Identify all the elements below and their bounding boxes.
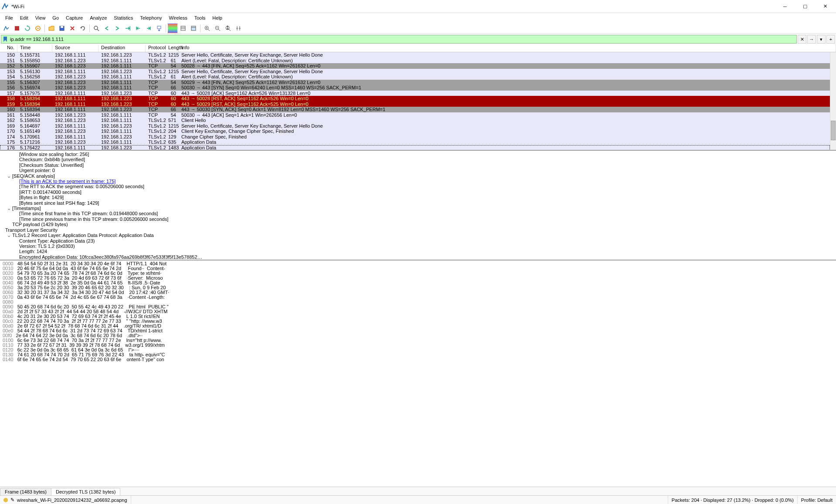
resize-columns-icon[interactable] (234, 24, 243, 33)
packet-list-scrollbar[interactable] (830, 52, 836, 150)
detail-line[interactable]: [iRTT: 0.001474000 seconds] (0, 189, 836, 195)
auto-scroll-icon[interactable] (154, 24, 164, 33)
jump-to-icon[interactable] (123, 24, 133, 33)
packet-row[interactable]: 1535.156130192.168.1.111192.168.1.223TLS… (0, 69, 830, 74)
bytes-tab[interactable]: Frame (1483 bytes) (0, 488, 51, 495)
display-filter-input[interactable] (1, 35, 797, 44)
restart-capture-icon[interactable] (23, 24, 32, 33)
packet-list-pane-icon[interactable] (178, 24, 188, 33)
packet-details-pane[interactable]: [Window size scaling factor: 256]Checksu… (0, 151, 836, 260)
go-first-icon[interactable] (133, 24, 143, 33)
detail-line[interactable]: [This is an ACK to the segment in frame:… (0, 179, 836, 184)
detail-line[interactable]: [Time since previous frame in this TCP s… (0, 216, 836, 222)
clear-filter-icon[interactable]: ✕ (798, 35, 806, 44)
packet-detail-pane-icon[interactable] (189, 24, 198, 33)
detail-line[interactable]: [Bytes sent since last PSH flag: 1429] (0, 200, 836, 206)
bytes-tab[interactable]: Decrypted TLS (1382 bytes) (51, 488, 120, 495)
expert-info-icon[interactable] (3, 498, 8, 502)
col-header-proto[interactable]: Protocol (146, 44, 166, 52)
bookmark-filter-icon[interactable] (2, 36, 8, 42)
packet-row[interactable]: 1575.157975192.168.1.111192.168.1.223TCP… (0, 91, 830, 96)
packet-row[interactable]: 1545.156258192.168.1.223192.168.1.111TLS… (0, 74, 830, 80)
detail-line[interactable]: Version: TLS 1.2 (0x0303) (0, 244, 836, 249)
zoom-out-icon[interactable] (213, 24, 222, 33)
maximize-button[interactable]: ▢ (795, 0, 815, 13)
svg-line-24 (229, 29, 231, 31)
menu-edit[interactable]: Edit (17, 14, 32, 21)
svg-point-5 (94, 26, 98, 30)
zoom-in-icon[interactable] (202, 24, 212, 33)
col-header-info[interactable]: Info (179, 44, 836, 52)
minimize-button[interactable]: ─ (775, 0, 795, 13)
detail-line[interactable]: Urgent pointer: 0 (0, 168, 836, 173)
apply-filter-icon[interactable]: → (807, 35, 816, 44)
detail-line[interactable]: [Bytes in flight: 1429] (0, 195, 836, 200)
menu-tools[interactable]: Tools (191, 14, 209, 21)
col-header-source[interactable]: Source (52, 44, 99, 52)
menu-file[interactable]: File (2, 14, 17, 21)
detail-line[interactable]: ⌄[SEQ/ACK analysis] (0, 173, 836, 179)
packet-row[interactable]: 1745.170961192.168.1.111192.168.1.223TLS… (0, 134, 830, 140)
packet-row[interactable]: 1515.155850192.168.1.223192.168.1.111TLS… (0, 58, 830, 64)
capture-options-icon[interactable] (33, 24, 43, 33)
status-profile[interactable]: Profile: Default (801, 497, 833, 503)
detail-line[interactable]: [Checksum Status: Unverified] (0, 162, 836, 168)
menu-view[interactable]: View (32, 14, 49, 21)
detail-line[interactable]: Encrypted Application Data: 10fcca3eec38… (0, 254, 836, 260)
close-file-icon[interactable] (68, 24, 77, 33)
packet-row[interactable]: 1595.158394192.168.1.111192.168.1.223TCP… (0, 101, 830, 107)
zoom-reset-icon[interactable]: 1 (223, 24, 233, 33)
filter-add-icon[interactable]: + (826, 35, 835, 44)
packet-row[interactable]: 1625.158653192.168.1.223192.168.1.111TLS… (0, 118, 830, 123)
go-back-icon[interactable] (102, 24, 112, 33)
detail-line[interactable]: [Time since first frame in this TCP stre… (0, 211, 836, 216)
menu-analyze[interactable]: Analyze (86, 14, 110, 21)
reload-file-icon[interactable] (78, 24, 88, 33)
packet-row[interactable]: 1695.164697192.168.1.111192.168.1.223TLS… (0, 123, 830, 129)
save-file-icon[interactable] (57, 24, 67, 33)
packet-row[interactable]: 1765.176422192.168.1.111192.168.1.223TLS… (0, 145, 830, 150)
detail-line[interactable]: Checksum: 0xb84b [unverified] (0, 157, 836, 162)
detail-line[interactable]: Transport Layer Security (0, 227, 836, 233)
detail-line[interactable]: TCP payload (1429 bytes) (0, 222, 836, 227)
detail-line[interactable]: ⌄[Timestamps] (0, 206, 836, 211)
col-header-time[interactable]: Time (17, 44, 52, 52)
menu-statistics[interactable]: Statistics (110, 14, 136, 21)
close-button[interactable]: ✕ (815, 0, 835, 13)
start-capture-icon[interactable] (2, 24, 11, 33)
detail-line[interactable]: [Window size scaling factor: 256] (0, 152, 836, 157)
packet-row[interactable]: 1555.156307192.168.1.223192.168.1.111TCP… (0, 80, 830, 85)
open-file-icon[interactable] (47, 24, 56, 33)
colorize-icon[interactable] (168, 24, 177, 33)
detail-line[interactable]: ⌄TLSv1.2 Record Layer: Application Data … (0, 233, 836, 238)
hex-row[interactable]: 0140 6f 6e 74 65 6e 74 2d 54 79 70 65 22… (3, 357, 833, 362)
menu-capture[interactable]: Capture (62, 14, 86, 21)
packet-row[interactable]: 1585.158394192.168.1.111192.168.1.223TCP… (0, 96, 830, 101)
detail-line[interactable]: Content Type: Application Data (23) (0, 238, 836, 244)
filter-history-icon[interactable]: ▾ (817, 35, 826, 44)
col-header-length[interactable]: Length (166, 44, 179, 52)
menu-help[interactable]: Help (209, 14, 226, 21)
packet-row[interactable]: 1705.165149192.168.1.223192.168.1.111TLS… (0, 129, 830, 134)
col-header-dest[interactable]: Destination (99, 44, 146, 52)
packet-row[interactable]: 1755.171216192.168.1.223192.168.1.111TLS… (0, 139, 830, 145)
packet-row[interactable]: 1565.156974192.168.1.223192.168.1.111TCP… (0, 85, 830, 91)
hex-row[interactable]: 0070 0a 43 6f 6e 74 65 6e 74 2d 4c 65 6e… (3, 295, 833, 300)
packet-row[interactable]: 1505.155731192.168.1.111192.168.1.223TLS… (0, 52, 830, 58)
packet-bytes-pane[interactable]: 0000 48 54 54 50 2f 31 2e 31 20 34 30 34… (0, 260, 836, 487)
packet-row[interactable]: 1525.155907192.168.1.223192.168.1.111TCP… (0, 63, 830, 69)
go-forward-icon[interactable] (112, 24, 122, 33)
packet-list-header[interactable]: No. Time Source Destination Protocol Len… (0, 44, 836, 52)
find-packet-icon[interactable] (92, 24, 101, 33)
go-last-icon[interactable] (144, 24, 153, 33)
detail-line[interactable]: [The RTT to ACK the segment was: 0.00520… (0, 184, 836, 189)
menu-wireless[interactable]: Wireless (166, 14, 191, 21)
packet-row[interactable]: 1605.158394192.168.1.111192.168.1.223TCP… (0, 107, 830, 112)
stop-capture-icon[interactable] (12, 24, 22, 33)
packet-row[interactable]: 1615.158448192.168.1.223192.168.1.111TCP… (0, 112, 830, 118)
col-header-no[interactable]: No. (0, 44, 17, 52)
detail-line[interactable]: Length: 1424 (0, 249, 836, 254)
edit-preferences-icon[interactable]: ✎ (10, 497, 14, 503)
menu-go[interactable]: Go (49, 14, 62, 21)
menu-telephony[interactable]: Telephony (136, 14, 165, 21)
